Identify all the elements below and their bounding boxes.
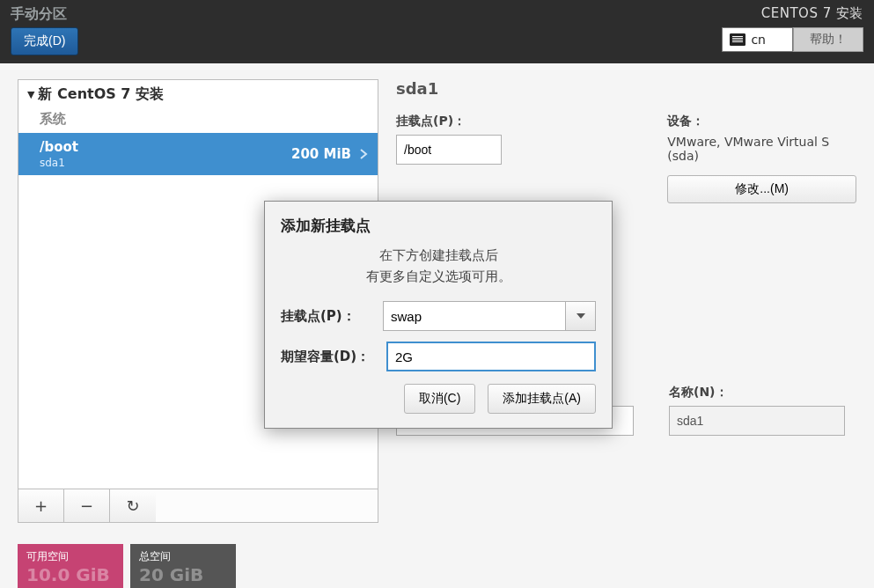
dialog-size-input[interactable] — [386, 342, 596, 371]
dialog-add-button[interactable]: 添加挂载点(A) — [488, 384, 596, 414]
add-mountpoint-dialog: 添加新挂载点 在下方创建挂载点后 有更多自定义选项可用。 挂载点(P)： 期望容… — [264, 201, 613, 429]
dialog-mount-label: 挂载点(P)： — [281, 308, 374, 325]
dialog-mount-input[interactable] — [384, 302, 565, 330]
dialog-mount-combo[interactable] — [383, 301, 596, 331]
chevron-down-icon — [577, 313, 585, 319]
dialog-size-label: 期望容量(D)： — [281, 349, 378, 365]
dialog-title: 添加新挂载点 — [281, 216, 596, 236]
dialog-message: 在下方创建挂载点后 有更多自定义选项可用。 — [281, 245, 596, 287]
dialog-backdrop: 添加新挂载点 在下方创建挂载点后 有更多自定义选项可用。 挂载点(P)： 期望容… — [0, 0, 874, 588]
dialog-cancel-button[interactable]: 取消(C) — [404, 384, 475, 414]
dialog-mount-dropdown-button[interactable] — [565, 302, 595, 330]
